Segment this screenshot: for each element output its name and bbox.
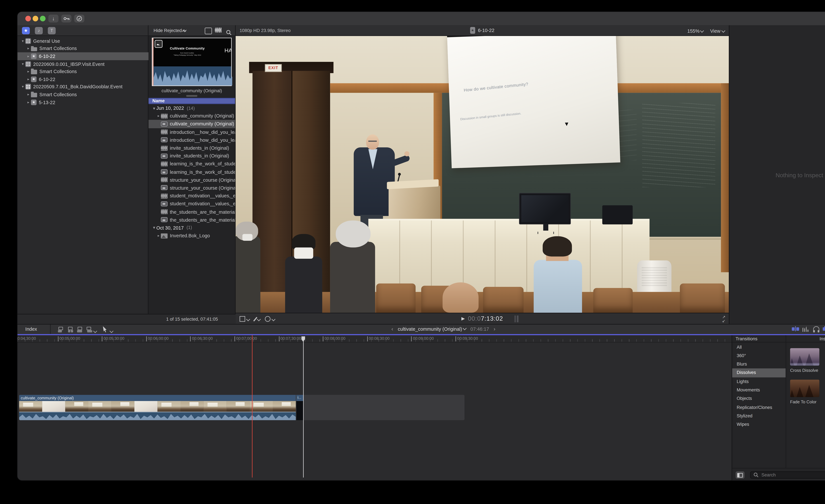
list-item-project[interactable]: structure_your_course (Original) (149, 184, 235, 192)
list-item-project[interactable]: student_motivation__values,_expe (149, 200, 235, 208)
minimize-window-button[interactable] (33, 16, 38, 21)
clip-appearance-button[interactable] (205, 27, 212, 34)
disclosure-triangle-icon[interactable]: ▾ (20, 62, 25, 66)
sidebar-item-event[interactable]: ▸★5-13-22 (17, 98, 149, 106)
timeline-clip-2-label: I... (296, 395, 304, 401)
sidebar-toggle-button[interactable] (736, 471, 745, 479)
list-item-project[interactable]: introduction__how_did_you_learn (149, 136, 235, 144)
sidebar-item-smart-collections[interactable]: ▸Smart Collections (17, 68, 149, 75)
sidebar-item-smart-collections[interactable]: ▸Smart Collections (17, 45, 149, 52)
group-count: (1) (186, 225, 192, 230)
sidebar-item-library[interactable]: ▾20220509.7.001_Bok.DavidGooblar.Event (17, 83, 149, 91)
tab-titles-generators[interactable]: T (48, 27, 56, 34)
transition-fade-to-color[interactable]: Fade To Color (790, 380, 824, 405)
timeline-clip-2[interactable]: I... (296, 395, 304, 420)
disclosure-triangle-icon[interactable]: ▸ (26, 92, 31, 97)
zoom-level-dropdown[interactable]: 155% (687, 28, 703, 34)
snapping-toggle[interactable] (823, 326, 825, 332)
filmstrip-view-button[interactable] (215, 27, 224, 33)
disclosure-triangle-icon[interactable]: ▸ (26, 54, 31, 58)
list-item-clip[interactable]: the_students_are_the_material (O (149, 208, 235, 216)
transition-thumbnail (790, 380, 819, 397)
project-icon (161, 169, 168, 174)
browser-splitter-handle[interactable] (186, 95, 197, 97)
category-replicator-clones[interactable]: Replicator/Clones (732, 403, 785, 412)
background-tasks-button[interactable] (74, 15, 84, 23)
disclosure-triangle-icon[interactable]: ▾ (20, 84, 25, 89)
video-frame[interactable]: EXIT How do we cultivate community? Disc… (236, 36, 729, 313)
tab-libraries[interactable]: ★ (22, 27, 30, 34)
category-lights[interactable]: Lights (732, 377, 785, 386)
category-blurs[interactable]: Blurs (732, 360, 785, 369)
category-dissolves-selected[interactable]: Dissolves (732, 369, 785, 377)
sidebar-item-event[interactable]: ▸★6-10-22 (17, 75, 149, 83)
sidebar-item-library[interactable]: ▾20220609.0.001_IBSP.Visit.Event (17, 60, 149, 68)
list-item-image[interactable]: ▸Inverted.Bok_Logo (149, 232, 235, 240)
category-360[interactable]: 360° (732, 351, 785, 360)
list-item-clip[interactable]: learning_is_the_work_of_students (149, 160, 235, 168)
selected-clip-filmstrip[interactable]: Cultivate Community from David Gooblar."… (152, 38, 232, 86)
disclosure-triangle-icon[interactable]: ▸ (26, 77, 31, 81)
list-group-header[interactable]: ▼Oct 30, 2017(1) (149, 224, 235, 232)
sidebar-item-event-selected[interactable]: ▸★6-10-22 (17, 53, 149, 60)
transitions-search-field[interactable] (750, 471, 825, 479)
list-item-clip[interactable]: introduction__how_did_you_learn (149, 128, 235, 136)
list-group-header[interactable]: ▼Jun 10, 2022(14) (149, 104, 235, 112)
list-item-clip[interactable]: structure_your_course (Original) (149, 176, 235, 184)
disclosure-triangle-icon[interactable]: ▸ (26, 69, 31, 74)
skimming-toggle[interactable] (792, 326, 799, 332)
list-item-project[interactable]: the_students_are_the_material (O (149, 216, 235, 224)
sidebar-item-library[interactable]: ▾General Use (17, 37, 149, 45)
list-item-clip[interactable]: ▸cultivate_community (Original) (149, 112, 235, 120)
audience-member-hair (543, 236, 572, 257)
audio-meters[interactable] (514, 315, 518, 322)
timeline-ruler[interactable]: 00:04:30:00 00:05:00:00 00:05:30:00 00:0… (17, 335, 732, 342)
tab-photos-audio[interactable]: ♪ (35, 27, 43, 34)
zoom-window-button[interactable] (40, 16, 46, 21)
installed-transitions-dropdown[interactable]: Installed Transitions (820, 336, 825, 342)
disclosure-triangle-icon[interactable]: ▸ (26, 46, 31, 51)
name-column-header[interactable]: Name (149, 97, 235, 104)
import-media-button[interactable]: ↓ (48, 15, 58, 23)
clip-name: structure_your_course (Original) (170, 177, 235, 183)
disclosure-triangle-icon[interactable]: ▼ (152, 226, 156, 230)
solo-toggle[interactable] (813, 326, 819, 332)
next-project-button[interactable]: › (494, 326, 495, 332)
clip-name: invite_students_in (Original) (170, 153, 229, 159)
timeline[interactable]: 00:04:30:00 00:05:00:00 00:05:30:00 00:0… (17, 335, 732, 481)
search-input[interactable] (760, 472, 825, 478)
previous-project-button[interactable]: ‹ (391, 326, 393, 332)
transition-cross-dissolve[interactable]: Cross Dissolve (790, 348, 824, 373)
list-item-project[interactable]: learning_is_the_work_of_students (149, 168, 235, 176)
list-item-clip[interactable]: invite_students_in (Original) (149, 144, 235, 152)
sidebar-item-label: 20220509.7.001_Bok.DavidGooblar.Event (33, 84, 123, 90)
search-button[interactable] (226, 27, 232, 37)
playhead-line[interactable] (303, 337, 303, 477)
fullscreen-expand-icon[interactable]: ↗↙ (722, 315, 726, 323)
play-icon[interactable]: ▶ (461, 316, 465, 321)
keyword-editor-button[interactable] (61, 15, 71, 23)
category-wipes[interactable]: Wipes (732, 420, 785, 429)
timeline-project-dropdown[interactable]: cultivate_community (Original) (398, 326, 466, 332)
category-movements[interactable]: Movements (732, 386, 785, 394)
filter-dropdown[interactable]: Hide Rejected (153, 28, 186, 33)
disclosure-triangle-icon[interactable]: ▸ (26, 100, 31, 104)
disclosure-triangle-icon[interactable]: ▾ (20, 39, 25, 43)
disclosure-triangle-icon[interactable]: ▸ (156, 114, 161, 118)
category-objects[interactable]: Objects (732, 394, 785, 403)
disclosure-triangle-icon[interactable]: ▸ (156, 233, 161, 238)
list-item-project[interactable]: invite_students_in (Original) (149, 152, 235, 160)
star-clapper-icon: ★ (24, 28, 28, 33)
list-item-clip[interactable]: student_motivation__values,_expe (149, 192, 235, 200)
audience-member (285, 257, 322, 313)
view-dropdown[interactable]: View (710, 28, 724, 34)
sidebar-item-label: Smart Collections (40, 92, 77, 97)
slide-heading-text: How do we cultivate community? (463, 74, 604, 93)
category-stylized[interactable]: Stylized (732, 412, 785, 420)
timeline-clip[interactable]: cultivate_community (Original) (19, 395, 296, 420)
list-item-project-selected[interactable]: cultivate_community (Original) (149, 120, 235, 128)
disclosure-triangle-icon[interactable]: ▼ (152, 106, 156, 110)
sidebar-item-smart-collections[interactable]: ▸Smart Collections (17, 91, 149, 98)
close-window-button[interactable] (25, 16, 31, 21)
category-all[interactable]: All (732, 343, 785, 351)
